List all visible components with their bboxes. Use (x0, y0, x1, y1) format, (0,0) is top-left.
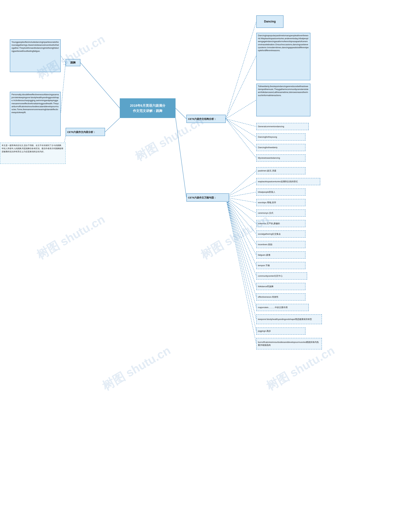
incentiven-node: incentiven.鼓励 (256, 241, 305, 248)
joggingn-node: joggingn.跑步 (256, 327, 305, 335)
svg-line-4 (226, 22, 256, 119)
worshipn-node: worshipn.尊敬,崇拜 (256, 199, 305, 206)
burnoff-node: burnoffcaloriesinnourbodiesanddevelopour… (256, 338, 322, 350)
folkdance-node: folkdance民族舞 (256, 283, 305, 290)
svg-line-27 (226, 197, 256, 344)
majorrolein-node: majorrolein………中的主要作用 (256, 304, 309, 311)
svg-line-24 (226, 197, 256, 308)
my-view-node: Myviewtowardsdancing (256, 154, 305, 162)
general-comment-node: Generalcommentondancing (256, 123, 309, 130)
cet6-phrases-label: CET6六级作文万能句型： (186, 193, 229, 202)
tiaowu-label: 跳舞 (66, 59, 80, 66)
svg-line-7 (226, 119, 256, 126)
svg-line-14 (226, 197, 256, 203)
young-people-node: Youngpeopleoftenincludedancinginpartieso… (10, 39, 61, 72)
svg-line-21 (226, 197, 256, 276)
svg-line-23 (226, 197, 256, 297)
dancing-young-node: Dancingfortheyoung (256, 133, 305, 141)
canvas: 树图 shutu.cn 树图 shutu.cn 树图 shutu.cn 树图 s… (0, 0, 420, 532)
wayback-node: waybacktopastcenturies追溯到以前的世纪 (256, 178, 320, 185)
svg-line-3 (176, 118, 186, 197)
keepone-node: keepone'sbodyhealthyandingoodshape增进健康保持… (256, 314, 322, 324)
pastime-node: pastimen.娱乐,消遣 (256, 167, 305, 174)
svg-line-6 (226, 100, 256, 119)
dancing-elderly2-node: Dancingfortheelderly (256, 144, 305, 151)
watermark-3: 树图 shutu.cn (34, 211, 108, 263)
effectivenessn-node: effectivenessn.有效性 (256, 293, 305, 301)
svg-line-8 (226, 119, 256, 137)
svg-line-28 (61, 56, 66, 63)
svg-line-19 (226, 197, 256, 255)
center-title: 2018年6月英语六级满分作文范文讲解：跳舞 (120, 98, 176, 118)
svg-line-15 (226, 197, 256, 213)
socialgathering-node: socialgathering社交集会 (256, 230, 305, 238)
svg-line-25 (226, 197, 256, 319)
ceremonyn-node: ceremonyn.仪式 (256, 210, 305, 217)
svg-line-20 (226, 197, 256, 266)
cet6-content-label: CET6六级作文内容分析： (66, 128, 105, 136)
tribalpeople-node: tribalpeople部落人 (256, 188, 305, 196)
svg-line-17 (226, 197, 256, 234)
svg-line-26 (226, 197, 256, 331)
fatiguen-node: fatiguen.疲倦 (256, 252, 305, 259)
svg-line-10 (226, 119, 256, 158)
solemna-node: solemna.庄严的,肃穆的 (256, 220, 305, 227)
tempon-node: tempon.节奏 (256, 262, 305, 269)
cet6-structure-label: CET6六级作文结构分析： (186, 115, 226, 123)
svg-line-12 (226, 182, 256, 197)
communitycenter-node: communitycenter社区中心 (256, 272, 307, 280)
dancing-intro-node: Dancingisapopularpastimetomanypeopleallo… (256, 33, 310, 80)
connector-lines (0, 0, 420, 532)
svg-line-13 (226, 192, 256, 197)
svg-line-9 (226, 119, 256, 148)
dancing-elderly-node: Totheelderly,thestepsindancingarereduced… (256, 84, 310, 116)
svg-line-29 (61, 63, 66, 113)
svg-line-16 (226, 197, 256, 224)
watermark-6: 树图 shutu.cn (264, 343, 337, 394)
personally-node: Personally,Idoubttheeffectivenessofdanci… (10, 92, 61, 136)
watermark-5: 树图 shutu.cn (100, 343, 173, 394)
svg-line-0 (176, 108, 186, 119)
dancing-title-node: Dancing (256, 15, 284, 28)
content-analysis-node: 本文是一篇简单的议论文,适合于四级。全文不长却谈到了古今的跳舞、年轻人和老年人的… (0, 143, 66, 164)
svg-line-1 (80, 63, 120, 108)
svg-line-11 (226, 171, 256, 197)
svg-line-2 (105, 118, 120, 132)
svg-line-22 (226, 197, 256, 286)
svg-line-18 (226, 197, 256, 245)
svg-line-5 (226, 56, 256, 119)
